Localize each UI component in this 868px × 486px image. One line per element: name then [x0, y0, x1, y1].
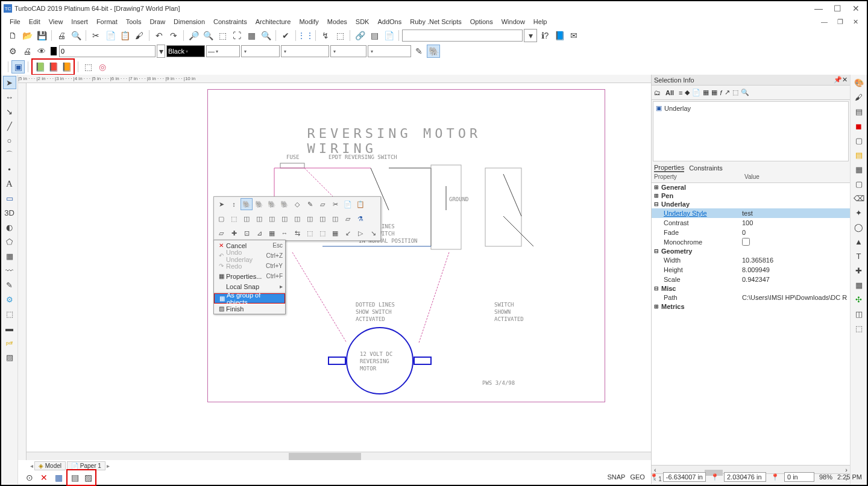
cm-finish[interactable]: ▨ Finish	[214, 304, 285, 314]
ft-dist6[interactable]: ▷	[354, 227, 366, 239]
menu-scripts[interactable]: Ruby .Net Scripts	[406, 17, 465, 26]
book-icon[interactable]: 📘	[553, 29, 566, 42]
ft-render3[interactable]: 🐘	[266, 198, 278, 210]
menu-tools[interactable]: Tools	[122, 17, 145, 26]
panel-close-icon[interactable]: ✕	[842, 76, 848, 84]
menu-architecture[interactable]: Architecture	[252, 17, 295, 26]
rt-dims[interactable]: ◫	[852, 307, 866, 320]
prop-monochrome[interactable]: Monochrome	[652, 237, 850, 247]
link-icon[interactable]: 🔗	[353, 29, 366, 42]
group-metrics[interactable]: ⊞Metrics	[652, 302, 850, 311]
rt-stack[interactable]: ▤	[852, 148, 866, 161]
ft-plane2[interactable]: ▱	[342, 213, 354, 225]
redo-icon[interactable]: ↷	[167, 29, 180, 42]
zoom-extents-icon[interactable]: ⛶	[230, 29, 244, 42]
lineweight-combo[interactable]	[241, 45, 280, 57]
rt-shapes[interactable]: ▲	[852, 235, 866, 248]
cm-as-group[interactable]: ▦ As group of objects	[214, 293, 285, 304]
status-z[interactable]: 0 in	[784, 472, 814, 482]
ft-dist2[interactable]: ⬚	[304, 227, 316, 239]
monochrome-checkbox[interactable]	[742, 238, 750, 246]
sheet-icon[interactable]: 📄	[382, 29, 395, 42]
ft-edit[interactable]: ✎	[304, 198, 316, 210]
menu-help[interactable]: Help	[530, 17, 551, 26]
doc-close[interactable]: ✕	[849, 17, 862, 27]
brush-icon[interactable]: 🖌	[133, 29, 146, 42]
menu-sdk[interactable]: SDK	[352, 17, 373, 26]
group-underlay[interactable]: ⊟Underlay	[652, 200, 850, 208]
menu-window[interactable]: Window	[498, 17, 529, 26]
undo-icon[interactable]: ↶	[153, 29, 166, 42]
status-x[interactable]: -6.634007 in	[663, 472, 706, 482]
hatch-tool[interactable]: ▦	[3, 249, 16, 263]
group-misc[interactable]: ⊟Misc	[652, 284, 850, 293]
pdf-export-icon[interactable]: 📕	[46, 60, 60, 73]
panel-pin-icon[interactable]: 📌	[834, 76, 842, 84]
menu-addons[interactable]: AddOns	[374, 17, 405, 26]
rectangle-tool[interactable]: ▭	[3, 192, 16, 205]
layer-dropdown[interactable]: ▾	[157, 45, 165, 58]
prop-width[interactable]: Width 10.365816	[652, 255, 850, 265]
preview-icon[interactable]: 🔍	[69, 29, 83, 42]
ft-render2[interactable]: 🐘	[253, 198, 265, 210]
filter-table-icon[interactable]: ▦	[711, 89, 717, 96]
ft-cube4[interactable]: ◫	[278, 213, 291, 225]
menu-modes[interactable]: Modes	[324, 17, 351, 26]
prop-scale[interactable]: Scale 0.942347	[652, 275, 850, 284]
selection-tool[interactable]: ⬚	[3, 307, 16, 320]
ft-render1[interactable]: 🐘	[241, 198, 253, 210]
ft-cube2[interactable]: ◫	[253, 213, 265, 225]
status-y[interactable]: 2.030476 in	[724, 472, 766, 482]
pen-color-combo[interactable]: Black	[166, 45, 205, 57]
filter-fn-icon[interactable]: f	[720, 89, 722, 96]
arc-tool[interactable]: ⌒	[3, 148, 16, 161]
prop-contrast[interactable]: Contrast 100	[652, 218, 850, 228]
close-button[interactable]: ✕	[852, 4, 860, 13]
rt-palette[interactable]: 🎨	[852, 76, 866, 89]
ft-render4[interactable]: 🐘	[278, 198, 291, 210]
prop-fade[interactable]: Fade 0	[652, 228, 850, 237]
prop-path[interactable]: Path C:\Users\IMSI HP\Downloads\DC REVER…	[652, 293, 850, 302]
pdf-tool[interactable]: pdf	[3, 336, 16, 349]
pencil-icon[interactable]: ✎	[412, 45, 426, 58]
rt-blank[interactable]: ▢	[852, 134, 866, 147]
ft-cube7[interactable]: ◫	[316, 213, 329, 225]
rt-eraser[interactable]: ⌫	[852, 192, 866, 205]
measure-tool[interactable]: ↘	[3, 105, 16, 118]
rt-sheet[interactable]: ▢	[852, 177, 866, 190]
menu-constraints[interactable]: Constraints	[210, 17, 251, 26]
property-grid[interactable]: ⊞General ⊞Pen ⊟Underlay Underlay Style t…	[652, 183, 850, 465]
menu-edit[interactable]: Edit	[25, 17, 44, 26]
3d-tool[interactable]: 3D	[3, 206, 16, 219]
combo-5[interactable]	[330, 45, 366, 57]
tab-nav-right[interactable]: ▸	[107, 463, 110, 469]
sphere-tool[interactable]: ◐	[3, 220, 16, 234]
context-help-icon[interactable]: ℹ?	[538, 29, 552, 42]
filter-all[interactable]: All	[663, 88, 676, 98]
combo-6[interactable]	[368, 45, 411, 57]
ft-angle[interactable]: ⊿	[253, 227, 265, 239]
maximize-button[interactable]: ☐	[834, 4, 841, 13]
menu-modify[interactable]: Modify	[295, 17, 322, 26]
ft-copy[interactable]: 📄	[342, 198, 354, 210]
rt-snap[interactable]: ✚	[852, 264, 866, 277]
filter-layer-icon[interactable]: ≡	[679, 89, 682, 96]
rt-color[interactable]: ✦	[852, 206, 866, 219]
open-icon[interactable]: 📂	[20, 29, 34, 42]
ft-center[interactable]: ⊡	[241, 227, 253, 239]
dash-icon[interactable]: ⬚	[81, 60, 95, 73]
tree-item-underlay[interactable]: ▣ Underlay	[656, 104, 846, 112]
ft-align1[interactable]: ▦	[266, 227, 278, 239]
status-snap[interactable]: SNAP	[607, 473, 625, 481]
ft-move[interactable]: ↕	[228, 198, 240, 210]
linetype-combo[interactable]: —	[206, 45, 240, 57]
spellcheck-icon[interactable]: ✔	[279, 29, 292, 42]
ft-snap[interactable]: ◇	[291, 198, 303, 210]
print-icon[interactable]: 🖨	[55, 29, 68, 42]
rt-grid[interactable]: ▦	[852, 163, 866, 176]
doc-minimize[interactable]: —	[817, 17, 831, 27]
menu-insert[interactable]: Insert	[68, 17, 92, 26]
zoom-in-icon[interactable]: 🔎	[187, 29, 200, 42]
plot-tool[interactable]: ▨	[3, 350, 16, 364]
ft-cube1[interactable]: ◫	[241, 213, 253, 225]
